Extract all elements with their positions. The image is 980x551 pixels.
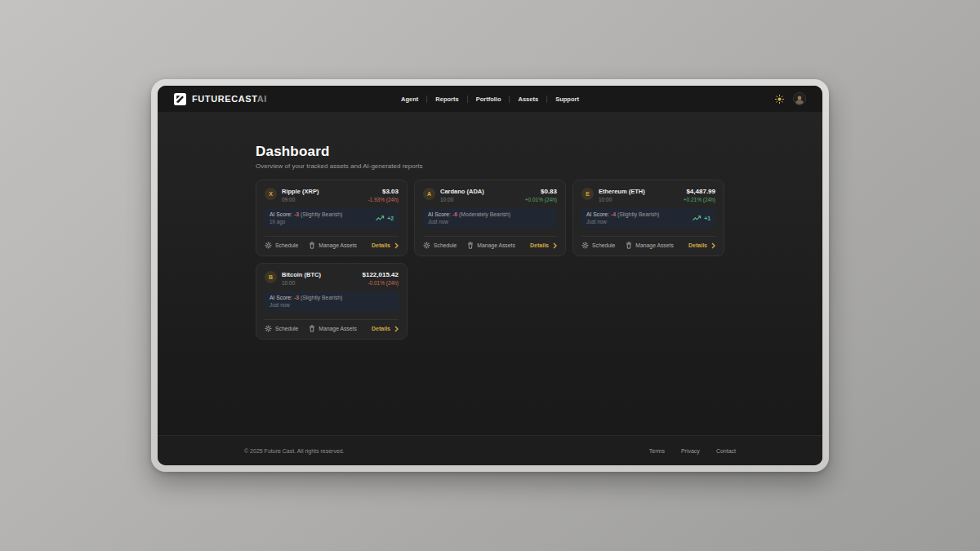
logo-icon [174, 93, 186, 105]
asset-price: $122,015.42 [363, 271, 399, 278]
nav-item-assets[interactable]: Assets [518, 94, 540, 104]
trash-icon [467, 242, 474, 249]
gear-icon [581, 242, 589, 249]
header-actions [774, 92, 806, 105]
nav-item-agent[interactable]: Agent [400, 94, 419, 104]
nav-item-reports[interactable]: Reports [434, 94, 459, 104]
ai-score-panel: AI Score:-4(Slightly Bearish) Just now +… [581, 208, 715, 228]
coin-avatar: E [581, 188, 594, 200]
app-window: FUTURECASTAI Agent Reports Portfolio Ass… [151, 79, 829, 472]
details-button[interactable]: Details [372, 242, 399, 249]
nav-divider [426, 96, 427, 103]
brand-name: FUTURECASTAI [192, 94, 267, 104]
footer-link-terms[interactable]: Terms [649, 448, 665, 454]
ai-score-label: AI Score: [270, 211, 292, 217]
page-title: Dashboard [256, 144, 724, 160]
footer-link-privacy[interactable]: Privacy [681, 448, 700, 454]
ai-score-updated: Just now [270, 302, 342, 308]
ai-score-panel: AI Score:-6(Moderately Bearish) Just now [423, 208, 557, 228]
ai-score-value: -3 [294, 211, 299, 217]
manage-assets-button[interactable]: Manage Assets [309, 242, 356, 249]
asset-card-ethereum: E Ethereum (ETH) 10:00 $4,487.99 +0.21% … [572, 180, 724, 256]
divider [265, 236, 399, 237]
schedule-button[interactable]: Schedule [265, 325, 298, 332]
divider [423, 236, 557, 237]
nav-item-portfolio[interactable]: Portfolio [475, 94, 502, 104]
trend-badge: +2 [376, 216, 394, 221]
schedule-button[interactable]: Schedule [581, 242, 615, 249]
ai-score-sentiment: (Slightly Bearish) [617, 211, 659, 217]
trend-up-icon [376, 216, 385, 221]
ai-score-panel: AI Score:-3(Slightly Bearish) 1h ago +2 [265, 208, 399, 228]
ai-score-label: AI Score: [270, 295, 292, 300]
asset-time: 09:00 [282, 197, 318, 202]
chevron-right-icon [553, 242, 557, 249]
divider [265, 319, 399, 320]
asset-name: Cardano (ADA) [440, 188, 484, 195]
gear-icon [265, 325, 272, 332]
ai-score-value: -4 [611, 211, 616, 217]
copyright-text: © 2025 Future Cast. All rights reserved. [244, 448, 345, 454]
main-nav: Agent Reports Portfolio Assets Support [400, 86, 580, 112]
manage-assets-button[interactable]: Manage Assets [309, 325, 356, 332]
divider [581, 236, 715, 237]
main-content: Dashboard Overview of your tracked asset… [158, 113, 822, 435]
page-subtitle: Overview of your tracked assets and AI-g… [256, 162, 724, 170]
desktop-background: { "colors":{"gold":"#d4a843","red":"#cb6… [0, 0, 980, 551]
chevron-right-icon [394, 326, 399, 332]
chevron-right-icon [394, 242, 399, 249]
asset-name: Ethereum (ETH) [599, 188, 645, 195]
asset-price: $4,487.99 [684, 188, 715, 195]
trend-up-icon [693, 216, 702, 221]
schedule-button[interactable]: Schedule [423, 242, 457, 249]
nav-item-support[interactable]: Support [555, 94, 580, 104]
coin-avatar: X [265, 188, 277, 200]
trash-icon [309, 325, 315, 332]
ai-score-updated: Just now [586, 219, 659, 224]
chevron-right-icon [711, 242, 715, 249]
asset-card-cardano: A Cardano (ADA) 10:00 $0.83 +0.01% (24h) [414, 180, 566, 256]
schedule-button[interactable]: Schedule [265, 242, 298, 249]
asset-change: +0.21% (24h) [684, 197, 715, 202]
manage-assets-button[interactable]: Manage Assets [467, 242, 514, 249]
ai-score-sentiment: (Slightly Bearish) [301, 211, 342, 217]
ai-score-value: -3 [294, 295, 299, 300]
nav-divider [510, 96, 510, 103]
coin-avatar: A [423, 188, 435, 200]
ai-score-updated: 1h ago [270, 219, 342, 224]
ai-score-label: AI Score: [428, 211, 451, 217]
trend-badge: +1 [693, 216, 710, 221]
coin-avatar: B [265, 271, 277, 283]
footer-links: Terms Privacy Contact [649, 448, 736, 454]
asset-time: 10:00 [440, 197, 484, 202]
asset-time: 10:00 [282, 280, 321, 286]
ai-score-value: -6 [452, 211, 457, 217]
asset-change: -0.01% (24h) [363, 280, 399, 286]
asset-price: $3.03 [368, 188, 399, 195]
theme-toggle-button[interactable] [774, 94, 785, 104]
user-avatar[interactable] [793, 92, 806, 105]
gear-icon [423, 242, 430, 249]
asset-change: -1.93% (24h) [368, 197, 399, 202]
footer-link-contact[interactable]: Contact [716, 448, 736, 454]
nav-divider [546, 96, 547, 103]
sun-icon [775, 95, 784, 104]
trash-icon [626, 242, 632, 249]
ai-score-sentiment: (Slightly Bearish) [301, 295, 342, 300]
trash-icon [309, 242, 315, 249]
ai-score-panel: AI Score:-3(Slightly Bearish) Just now [265, 291, 399, 311]
nav-divider [467, 96, 468, 103]
asset-change: +0.01% (24h) [525, 197, 557, 202]
asset-name: Bitcoin (BTC) [282, 271, 321, 278]
ai-score-updated: Just now [428, 219, 510, 224]
app-page: FUTURECASTAI Agent Reports Portfolio Ass… [158, 86, 822, 465]
asset-price: $0.83 [525, 188, 557, 195]
brand: FUTURECASTAI [174, 93, 267, 105]
asset-card-grid: X Ripple (XRP) 09:00 $3.03 -1.93% (24h) [256, 180, 724, 340]
manage-assets-button[interactable]: Manage Assets [626, 242, 673, 249]
details-button[interactable]: Details [372, 326, 399, 332]
asset-card-ripple: X Ripple (XRP) 09:00 $3.03 -1.93% (24h) [256, 180, 408, 256]
ai-score-sentiment: (Moderately Bearish) [459, 211, 510, 217]
details-button[interactable]: Details [688, 242, 715, 249]
details-button[interactable]: Details [530, 242, 557, 249]
